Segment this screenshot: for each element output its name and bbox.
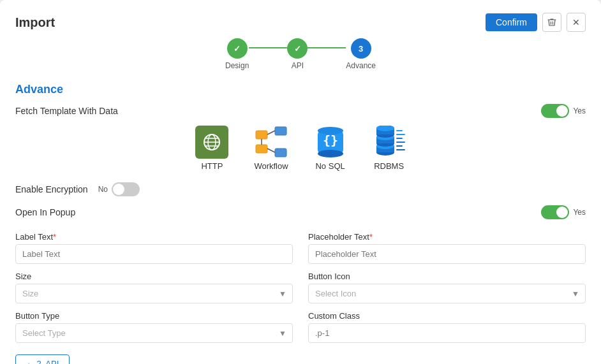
http-label: HTTP <box>201 161 223 171</box>
fetch-template-switch[interactable] <box>541 104 569 118</box>
check-icon: ✓ <box>234 44 241 54</box>
step-advance-number: 3 <box>359 44 363 54</box>
button-icon-select[interactable]: Select Icon <box>308 284 586 303</box>
confirm-button[interactable]: Confirm <box>486 13 537 31</box>
encryption-toggle-text: No <box>98 185 108 194</box>
size-label: Size <box>15 272 293 281</box>
popup-label: Open In Popup <box>15 207 75 217</box>
workflow-icon-box <box>255 126 288 159</box>
fetch-template-row: Fetch Template With Data Yes <box>15 104 586 118</box>
step-advance: 3 Advance <box>346 38 376 70</box>
icon-option-nosql[interactable]: {} No SQL <box>314 126 347 171</box>
modal-footer: ← 2. API <box>15 354 586 364</box>
rdbms-icon-box <box>373 126 406 159</box>
close-button[interactable]: ✕ <box>567 13 586 32</box>
custom-class-input[interactable] <box>308 323 586 343</box>
section-title: Advance <box>15 83 586 96</box>
close-icon: ✕ <box>572 17 580 27</box>
custom-class-group: Custom Class <box>308 311 586 343</box>
svg-line-12 <box>267 149 275 152</box>
step-advance-label: Advance <box>346 61 376 70</box>
popup-toggle[interactable]: Yes <box>541 205 586 219</box>
form-grid: Label Text* Placeholder Text* Size Size … <box>15 232 586 343</box>
encryption-switch[interactable] <box>112 182 140 196</box>
svg-line-11 <box>267 131 275 135</box>
label-text-input[interactable] <box>15 244 293 264</box>
encryption-row: Enable Encryption No <box>15 182 586 196</box>
step-api-circle: ✓ <box>287 38 308 59</box>
custom-class-label: Custom Class <box>308 311 586 321</box>
button-icon-select-wrapper: Select Icon ▼ <box>308 284 586 303</box>
button-type-group: Button Type Select Type ▼ <box>15 311 293 343</box>
step-advance-circle: 3 <box>351 38 371 59</box>
encryption-label: Enable Encryption <box>15 184 88 194</box>
rdbms-icon <box>373 126 406 159</box>
svg-rect-8 <box>275 127 286 135</box>
nosql-icon: {} <box>315 126 346 159</box>
popup-switch[interactable] <box>541 205 569 219</box>
button-icon-label: Button Icon <box>308 272 586 281</box>
step-line-2 <box>308 47 346 48</box>
step-design-circle: ✓ <box>227 38 248 59</box>
delete-button[interactable] <box>542 13 561 32</box>
button-icon-group: Button Icon Select Icon ▼ <box>308 272 586 303</box>
modal-header: Import Confirm ✕ <box>15 13 586 32</box>
svg-point-16 <box>318 150 343 157</box>
fetch-template-toggle-text: Yes <box>573 106 586 115</box>
trash-icon <box>547 18 556 27</box>
import-modal: Import Confirm ✕ ✓ Design <box>0 0 601 364</box>
label-text-group: Label Text* <box>15 232 293 264</box>
step-api: ✓ API <box>287 38 308 70</box>
button-type-label: Button Type <box>15 311 293 321</box>
svg-rect-7 <box>256 131 267 139</box>
icon-option-http[interactable]: HTTP <box>195 126 228 171</box>
check-icon-2: ✓ <box>294 44 301 54</box>
http-icon <box>202 133 221 152</box>
stepper: ✓ Design ✓ API 3 Advance <box>15 38 586 70</box>
svg-text:{}: {} <box>323 133 338 148</box>
step-line-1 <box>249 47 287 48</box>
placeholder-text-label: Placeholder Text* <box>308 232 586 242</box>
encryption-toggle[interactable]: No <box>98 182 140 196</box>
step-design-label: Design <box>225 61 249 70</box>
toggle-knob <box>556 105 568 117</box>
popup-knob <box>556 207 568 218</box>
button-type-select-wrapper: Select Type ▼ <box>15 323 293 343</box>
workflow-icon <box>255 126 288 159</box>
step-api-label: API <box>292 61 304 70</box>
rdbms-label: RDBMS <box>374 161 404 171</box>
modal-title: Import <box>15 15 55 30</box>
workflow-label: Workflow <box>254 161 288 171</box>
icon-option-workflow[interactable]: Workflow <box>254 126 288 171</box>
fetch-template-label: Fetch Template With Data <box>15 106 118 116</box>
back-button[interactable]: ← 2. API <box>15 354 70 364</box>
button-type-select[interactable]: Select Type <box>15 323 293 343</box>
nosql-icon-box: {} <box>314 126 347 159</box>
header-actions: Confirm ✕ <box>486 13 586 32</box>
step-design: ✓ Design <box>225 38 249 70</box>
encryption-knob <box>113 184 124 195</box>
icon-options: HTTP Workflow <box>15 126 586 171</box>
nosql-label: No SQL <box>315 161 345 171</box>
http-icon-box <box>195 126 228 159</box>
svg-rect-10 <box>275 149 286 157</box>
size-group: Size Size ▼ <box>15 272 293 303</box>
placeholder-text-input[interactable] <box>308 244 586 264</box>
size-select[interactable]: Size <box>15 284 293 303</box>
popup-row: Open In Popup Yes <box>15 205 586 219</box>
placeholder-text-group: Placeholder Text* <box>308 232 586 264</box>
fetch-template-toggle[interactable]: Yes <box>541 104 586 118</box>
size-select-wrapper: Size ▼ <box>15 284 293 303</box>
label-text-label: Label Text* <box>15 232 293 242</box>
icon-option-rdbms[interactable]: RDBMS <box>373 126 406 171</box>
popup-toggle-text: Yes <box>573 208 586 217</box>
svg-rect-9 <box>256 145 267 153</box>
